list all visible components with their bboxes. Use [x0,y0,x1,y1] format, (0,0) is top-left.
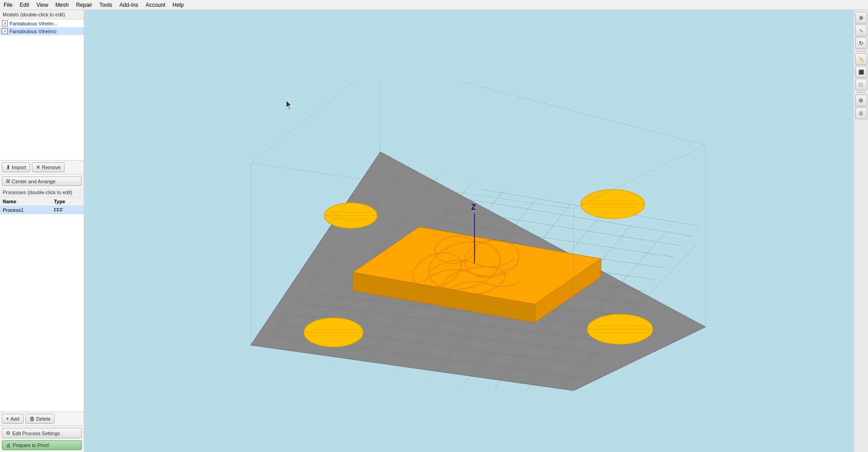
right-toolbar: ⊕ ⤡ ↻ 📏 ⬛ ⬡ ⚙ ☰ [853,10,868,452]
model-2-checkbox[interactable] [2,28,8,34]
menu-addins[interactable]: Add-Ins [116,1,142,9]
scale-tool-button[interactable]: ⤡ [855,25,867,36]
models-list: Fantabulous Vihelm... Fantabulous Vihelm… [0,20,84,161]
edit-process-settings-button[interactable]: ⚙ Edit Process Settings [2,428,82,438]
processes-list: Name Type Process1 FFF [0,197,84,412]
menu-mesh[interactable]: Mesh [52,1,72,9]
processes-col-type: Type [51,197,84,206]
model-1-label: Fantabulous Vihelm... [10,21,58,26]
menu-account[interactable]: Account [142,1,169,9]
model-item-2[interactable]: Fantabulous Vihelmo [0,27,84,35]
center-arrange-icon: ⊞ [6,178,10,184]
viewport[interactable]: Z [84,10,853,452]
wireframe-icon: ⬡ [859,82,863,87]
wireframe-button[interactable]: ⬡ [855,79,867,90]
process-1-name: Process1 [0,206,51,215]
measure-tool-button[interactable]: 📏 [855,53,867,65]
model-2-label: Fantabulous Vihelmo [10,29,56,34]
move-tool-button[interactable]: ⊕ [855,12,867,24]
processes-buttons: + Add 🗑 Delete [0,412,84,426]
cube-view-button[interactable]: ⬛ [855,66,867,78]
scale-icon: ⤡ [859,28,863,33]
delete-icon: 🗑 [30,416,35,422]
models-section-header: Models (double-click to edit) [0,10,84,20]
process-row-1[interactable]: Process1 FFF [0,206,84,215]
import-button[interactable]: ⬇ Import [2,162,30,172]
settings-icon: ⚙ [858,97,863,104]
print-icon: 🖨 [6,442,11,448]
toolbar-separator-1 [857,51,866,51]
processes-table: Name Type Process1 FFF [0,197,84,214]
center-arrange-button[interactable]: ⊞ Center and Arrange [2,176,82,186]
z-axis-label: Z [471,203,476,211]
layers-icon: ☰ [859,111,863,116]
menu-help[interactable]: Help [169,1,187,9]
processes-col-name: Name [0,197,51,206]
process-1-type: FFF [51,206,84,215]
menu-edit[interactable]: Edit [16,1,33,9]
settings-tool-button[interactable]: ⚙ [855,95,867,106]
model-item-1[interactable]: Fantabulous Vihelm... [0,20,84,27]
menu-tools[interactable]: Tools [96,1,116,9]
remove-button[interactable]: ✕ Remove [32,162,65,172]
rotate-icon: ↻ [859,40,863,46]
delete-process-button[interactable]: 🗑 Delete [25,414,55,424]
measure-icon: 📏 [858,57,864,62]
menu-repair[interactable]: Repair [72,1,96,9]
cube-icon: ⬛ [858,70,864,75]
edit-settings-icon: ⚙ [6,430,10,436]
models-buttons: ⬇ Import ✕ Remove [0,161,84,175]
add-process-button[interactable]: + Add [2,414,24,424]
toolbar-separator-2 [857,92,866,93]
prepare-to-print-button[interactable]: 🖨 Prepare to Print! [2,440,82,450]
3d-viewport-svg: Z [219,81,719,400]
menu-file[interactable]: File [0,1,16,9]
layers-tool-button[interactable]: ☰ [855,107,867,119]
rotate-tool-button[interactable]: ↻ [855,37,867,49]
move-icon: ⊕ [859,15,863,21]
left-panel: Models (double-click to edit) Fantabulou… [0,10,84,452]
processes-section: Processes (double-click to edit) Name Ty… [0,188,84,452]
cursor [286,100,292,110]
remove-icon: ✕ [36,164,40,171]
processes-section-header: Processes (double-click to edit) [0,188,84,197]
add-icon: + [6,416,9,422]
model-1-checkbox[interactable] [2,20,8,26]
menu-view[interactable]: View [33,1,52,9]
menubar: File Edit View Mesh Repair Tools Add-Ins… [0,0,868,10]
svg-marker-42 [251,81,706,209]
bottom-buttons: ⚙ Edit Process Settings 🖨 Prepare to Pri… [0,426,84,452]
import-icon: ⬇ [6,164,10,171]
